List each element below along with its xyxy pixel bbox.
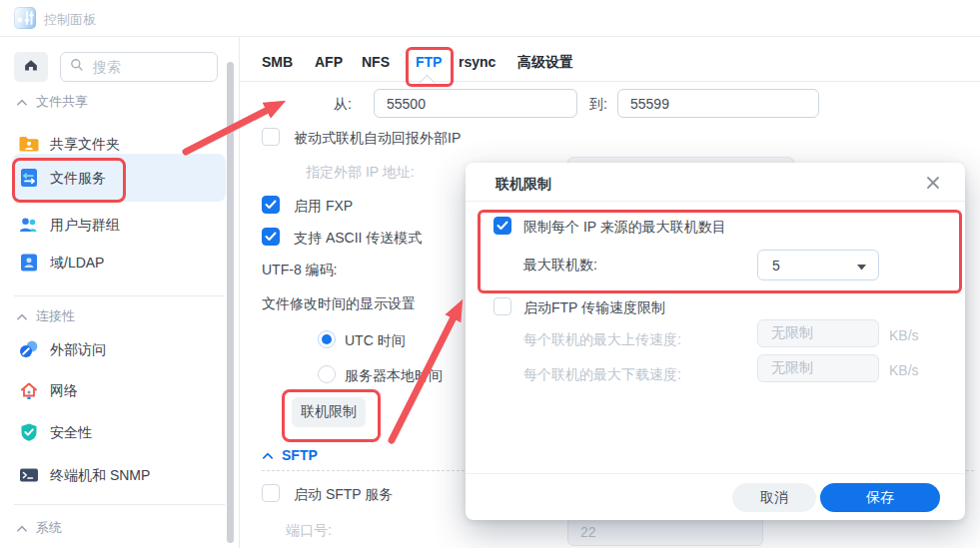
max-download-speed-label: 每个联机的最大下载速度: <box>523 366 681 384</box>
external-access-icon <box>18 339 40 363</box>
sidebar-scrollbar[interactable] <box>227 62 234 543</box>
security-icon <box>18 422 40 446</box>
page-title: 控制面板 <box>44 11 96 29</box>
control-panel-window: 控制面板 文件共享 共享文件夹 文件服务 用户与群组 域/LDAP <box>0 0 980 548</box>
check-icon <box>265 232 277 242</box>
port-from-label: 从: <box>300 96 352 114</box>
tab-rsync[interactable]: rsync <box>459 54 495 70</box>
sidebar-divider <box>239 37 240 548</box>
sidebar-item-shared-folder[interactable]: 共享文件夹 <box>50 136 120 154</box>
close-icon <box>926 176 940 194</box>
dialog-close-button[interactable] <box>923 175 943 195</box>
chevron-up-icon <box>16 309 28 324</box>
tab-nfs[interactable]: NFS <box>362 54 390 70</box>
limit-per-ip-label: 限制每个 IP 来源的最大联机数目 <box>523 219 726 237</box>
enable-sftp-label: 启动 SFTP 服务 <box>294 486 393 504</box>
passive-report-ip-checkbox[interactable] <box>262 128 280 146</box>
home-icon <box>22 56 40 78</box>
sidebar-item-external-access[interactable]: 外部访问 <box>50 341 106 359</box>
chevron-up-icon <box>16 95 28 110</box>
domain-ldap-icon <box>18 253 40 276</box>
sftp-port-input: 22 <box>567 517 763 546</box>
sidebar-section-connectivity[interactable]: 连接性 <box>16 307 75 325</box>
sidebar-selected-highlight <box>12 154 226 202</box>
user-group-icon <box>18 215 40 239</box>
limit-per-ip-checkbox[interactable] <box>493 217 511 235</box>
port-to-input[interactable]: 55599 <box>617 89 819 118</box>
passive-report-ip-label: 被动式联机自动回报外部IP <box>294 130 461 148</box>
max-connections-dropdown[interactable]: 5 <box>757 250 879 280</box>
tab-advanced-settings[interactable]: 高级设置 <box>517 54 573 72</box>
max-connections-value: 5 <box>772 258 780 274</box>
home-button[interactable] <box>14 52 48 82</box>
utc-time-label: UTC 时间 <box>345 332 406 350</box>
server-local-time-radio[interactable] <box>318 365 336 383</box>
search-input[interactable] <box>91 58 205 76</box>
check-icon <box>496 221 508 231</box>
utf8-encoding-label: UTF-8 编码: <box>262 262 337 279</box>
search-icon <box>69 57 85 77</box>
check-icon <box>265 200 277 210</box>
ftp-speed-limit-label: 启动FTP 传输速度限制 <box>523 299 665 317</box>
external-ip-label: 指定外部 IP 地址: <box>306 164 415 182</box>
upload-unit-label: KB/s <box>889 327 919 343</box>
search-box[interactable] <box>60 52 218 82</box>
header-divider <box>0 36 980 37</box>
sftp-port-label: 端口号: <box>286 522 332 540</box>
enable-fxp-checkbox[interactable] <box>262 196 280 214</box>
max-upload-speed-label: 每个联机的最大上传速度: <box>523 331 681 349</box>
sidebar-item-network[interactable]: 网络 <box>50 382 78 400</box>
network-icon <box>18 380 40 404</box>
port-from-input[interactable]: 55500 <box>374 89 577 118</box>
sidebar-item-security[interactable]: 安全性 <box>50 424 92 442</box>
sidebar-item-file-services[interactable]: 文件服务 <box>50 170 106 188</box>
ftp-speed-limit-checkbox[interactable] <box>493 297 511 315</box>
max-connections-label: 最大联机数: <box>523 257 597 274</box>
sidebar-group-divider <box>14 295 225 296</box>
caret-down-icon <box>857 258 866 274</box>
dialog-footer-divider <box>466 473 965 474</box>
control-panel-app-icon <box>14 7 36 29</box>
mtime-display-label: 文件修改时间的显示设置 <box>262 295 416 313</box>
tab-smb[interactable]: SMB <box>262 54 293 70</box>
active-tab-notch <box>420 75 436 91</box>
sftp-section-header[interactable]: SFTP <box>262 447 318 463</box>
dialog-title: 联机限制 <box>495 176 551 194</box>
sidebar-group-divider <box>14 504 225 505</box>
sidebar-section-file-sharing[interactable]: 文件共享 <box>16 93 88 111</box>
connection-limit-dialog: 联机限制 限制每个 IP 来源的最大联机数目 最大联机数: 5 启动FTP 传输… <box>466 163 965 520</box>
enable-fxp-label: 启用 FXP <box>294 198 353 216</box>
max-download-speed-input: 无限制 <box>757 354 879 382</box>
server-local-time-label: 服务器本地时间 <box>345 367 443 385</box>
file-services-icon <box>18 168 40 192</box>
sidebar-section-system[interactable]: 系统 <box>16 519 62 537</box>
dialog-header-divider <box>466 201 965 202</box>
tabs-divider <box>240 81 980 82</box>
chevron-up-icon <box>262 447 274 463</box>
port-to-label: 到: <box>589 96 607 114</box>
shared-folder-icon <box>18 134 40 158</box>
sidebar-item-domain-ldap[interactable]: 域/LDAP <box>50 255 104 273</box>
sidebar-item-terminal-snmp[interactable]: 终端机和 SNMP <box>50 467 150 485</box>
connection-limit-button[interactable]: 联机限制 <box>292 397 366 427</box>
tab-afp[interactable]: AFP <box>315 54 343 70</box>
ascii-mode-label: 支持 ASCII 传送模式 <box>294 230 422 248</box>
terminal-icon <box>18 465 40 489</box>
sidebar-item-user-group[interactable]: 用户与群组 <box>50 217 120 235</box>
download-unit-label: KB/s <box>889 362 919 378</box>
enable-sftp-checkbox[interactable] <box>262 484 280 502</box>
utc-time-radio[interactable] <box>318 330 336 348</box>
chevron-up-icon <box>16 521 28 536</box>
tab-ftp[interactable]: FTP <box>416 54 442 70</box>
ascii-mode-checkbox[interactable] <box>262 228 280 246</box>
save-button[interactable]: 保存 <box>820 483 940 512</box>
max-upload-speed-input: 无限制 <box>757 319 879 347</box>
cancel-button[interactable]: 取消 <box>732 483 816 512</box>
